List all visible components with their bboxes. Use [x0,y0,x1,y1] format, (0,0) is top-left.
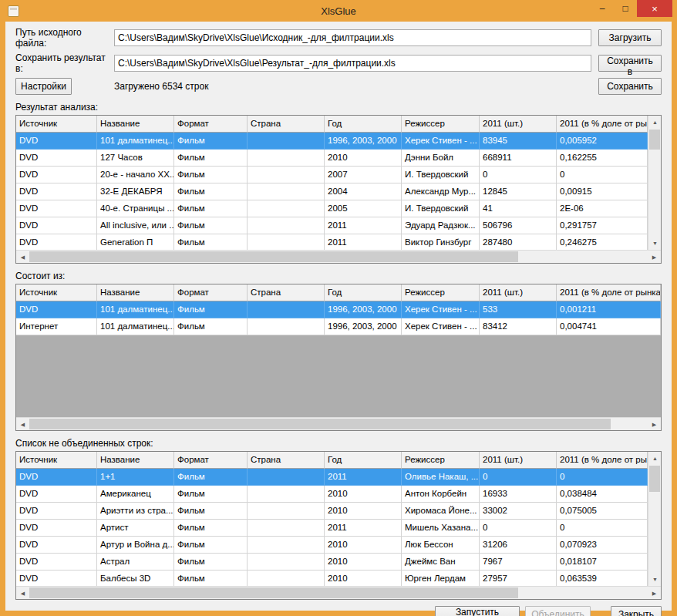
table-cell[interactable] [248,167,325,183]
table-cell[interactable]: 31206 [480,537,557,554]
table-cell[interactable]: Фильм [174,217,248,234]
column-header[interactable]: Страна [248,284,325,301]
table-cell[interactable]: 2E-06 [557,200,648,217]
scroll-down-icon[interactable]: ▼ [648,237,661,250]
table-cell[interactable]: 2011 [325,217,402,234]
table-cell[interactable] [248,234,325,250]
table-cell[interactable]: Фильм [174,318,248,335]
table-cell[interactable]: Фильм [174,537,248,554]
table-cell[interactable]: 20-е - начало XX... [97,167,174,183]
table-cell[interactable]: Антон Корбейн [402,486,480,503]
table-cell[interactable]: Дэнни Бойл [402,150,480,167]
table-cell[interactable]: 1996, 2003, 2000 [325,301,402,318]
table-row[interactable]: DVD127 ЧасовФильм2010Дэнни Бойл6689110,1… [16,150,648,167]
scroll-left-icon[interactable]: ◀ [16,251,29,264]
table-cell[interactable]: 40-е. Страницы ... [97,200,174,217]
dest-path-input[interactable] [114,55,591,72]
table-cell[interactable]: 1996, 2003, 2000 [325,133,402,150]
table-row[interactable]: DVDАртистФильм2011Мишель Хазана...00 [16,520,648,537]
table-cell[interactable]: 0 [480,469,557,486]
scroll-down-icon[interactable]: ▼ [648,573,661,586]
column-header[interactable]: Название [97,116,174,133]
table-cell[interactable]: Ариэтти из стра... [97,503,174,520]
table-cell[interactable] [248,520,325,537]
vertical-scrollbar[interactable]: ▲ ▼ [648,116,661,250]
table-cell[interactable]: 0,038484 [557,486,648,503]
source-path-input[interactable] [114,29,591,46]
table-cell[interactable]: Фильм [174,200,248,217]
table-cell[interactable]: Люк Бессон [402,537,480,554]
scroll-right-icon[interactable]: ▶ [648,251,661,264]
table-cell[interactable]: Херек Стивен - ... [402,133,480,150]
save-button[interactable]: Сохранить [598,78,662,95]
minimize-button[interactable]: – [591,0,614,17]
table-cell[interactable]: Фильм [174,133,248,150]
table-cell[interactable]: 0 [480,167,557,183]
table-cell[interactable]: DVD [16,520,97,537]
table-row[interactable]: DVDАртур и Война д...Фильм2010Люк Бессон… [16,537,648,554]
column-header[interactable]: 2011 (в % доле от рынка) [557,452,648,469]
scroll-right-icon[interactable]: ▶ [648,418,661,431]
table-row[interactable]: DVDАстралФильм2010Джеймс Ван79670,018107 [16,554,648,571]
table-row[interactable]: DVDАмериканецФильм2010Антон Корбейн16933… [16,486,648,503]
table-cell[interactable]: 2010 [325,571,402,586]
table-cell[interactable]: 12845 [480,183,557,200]
table-cell[interactable]: Балбесы 3D [97,571,174,586]
table-cell[interactable]: 668911 [480,150,557,167]
table-cell[interactable]: Хиромаса Йоне... [402,503,480,520]
close-icon[interactable]: × [637,0,672,17]
table-row[interactable]: DVD101 далматинец...Фильм1996, 2003, 200… [16,301,661,318]
table-cell[interactable]: 0 [557,469,648,486]
table-cell[interactable]: DVD [16,183,97,200]
scroll-up-icon[interactable]: ▲ [648,452,661,465]
table-cell[interactable]: 2011 [325,234,402,250]
table-cell[interactable]: Фильм [174,183,248,200]
table-cell[interactable]: Фильм [174,520,248,537]
horizontal-scrollbar[interactable]: ◀ ▶ [16,417,661,430]
table-cell[interactable]: Херек Стивен - ... [402,301,480,318]
table-cell[interactable]: 1996, 2003, 2000 [325,318,402,335]
scrollbar-thumb[interactable] [649,466,660,492]
table-cell[interactable]: Оливье Накаш, ... [402,469,480,486]
table-cell[interactable]: Фильм [174,571,248,586]
table-cell[interactable]: DVD [16,301,97,318]
table-row[interactable]: DVD1+1Фильм2011Оливье Накаш, ...00 [16,469,648,486]
table-cell[interactable]: 27957 [480,571,557,586]
table-cell[interactable]: 2007 [325,167,402,183]
column-header[interactable]: Страна [248,452,325,469]
table-cell[interactable]: DVD [16,167,97,183]
table-cell[interactable]: Джеймс Ван [402,554,480,571]
table-cell[interactable]: DVD [16,234,97,250]
close-button[interactable]: Закрыть [611,606,662,616]
table-cell[interactable]: 83945 [480,133,557,150]
table-row[interactable]: DVDАриэтти из стра...Фильм2010Хиромаса Й… [16,503,648,520]
column-header[interactable]: Формат [174,452,248,469]
column-header[interactable]: Страна [248,116,325,133]
table-cell[interactable]: 533 [480,301,557,318]
column-header[interactable]: Источник [16,116,97,133]
column-header[interactable]: Год [325,284,402,301]
table-cell[interactable]: Фильм [174,150,248,167]
table-cell[interactable]: Херек Стивен - ... [402,318,480,335]
load-button[interactable]: Загрузить [598,29,662,46]
table-cell[interactable] [248,554,325,571]
table-cell[interactable]: 2005 [325,200,402,217]
table-cell[interactable]: И. Твердовский [402,167,480,183]
column-header[interactable]: Формат [174,116,248,133]
table-cell[interactable]: 16933 [480,486,557,503]
run-analysis-button[interactable]: Запустить анализ [435,606,520,616]
table-cell[interactable]: 0,005952 [557,133,648,150]
table-row[interactable]: DVDAll inclusive, или ...Фильм2011Эдуард… [16,217,648,234]
scrollbar-thumb[interactable] [29,587,518,598]
table-cell[interactable]: Эдуард Радзюк... [402,217,480,234]
table-cell[interactable]: 101 далматинец... [97,301,174,318]
table-row[interactable]: DVD101 далматинец...Фильм1996, 2003, 200… [16,133,648,150]
table-cell[interactable]: Астрал [97,554,174,571]
table-cell[interactable]: 2004 [325,183,402,200]
table-cell[interactable]: Виктор Гинзбург [402,234,480,250]
table-cell[interactable]: 0,291757 [557,217,648,234]
table-cell[interactable] [248,150,325,167]
table-cell[interactable]: Александр Мур... [402,183,480,200]
table-cell[interactable] [248,133,325,150]
column-header[interactable]: 2011 (шт.) [480,284,557,301]
